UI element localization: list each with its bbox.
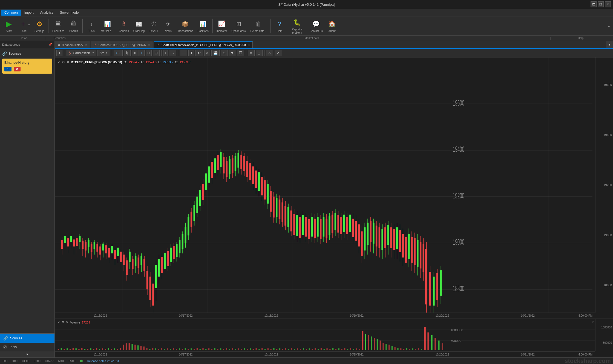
- toolbar-collapse-btn[interactable]: ▲: [607, 24, 611, 28]
- time-axis-main: 10/16/2022 10/17/2022 10/18/2022 10/19/2…: [55, 313, 595, 319]
- chart-hline-btn[interactable]: —: [180, 50, 187, 56]
- svg-rect-110: [205, 174, 207, 190]
- svg-rect-310: [374, 338, 375, 350]
- chart-tf-selector[interactable]: 5m ▼: [97, 50, 110, 56]
- tab-chart[interactable]: 🕯 Chart TimeFrameCandle_BTCUSD_PERP@BNBC…: [154, 41, 253, 48]
- svg-rect-321: [170, 349, 171, 350]
- sidebar-item-sources[interactable]: 🔗 Sources: [0, 334, 54, 343]
- settings-button[interactable]: ⚙ Settings: [33, 19, 46, 33]
- about-button[interactable]: 🏠 About: [326, 19, 339, 33]
- status-n: N=0: [58, 359, 64, 363]
- svg-rect-146: [258, 172, 260, 191]
- svg-rect-132: [238, 153, 239, 168]
- contact-us-button[interactable]: 💬 Contact us: [308, 19, 324, 33]
- sidebar-pin-icon[interactable]: 📌: [48, 43, 52, 46]
- chart-share-btn[interactable]: ⊙: [221, 50, 228, 56]
- toolbar-sep-3: [212, 19, 213, 33]
- svg-rect-200: [337, 215, 339, 233]
- tab-binance-close[interactable]: ✕: [85, 43, 87, 46]
- svg-rect-230: [381, 229, 383, 250]
- tab-chart-icon: 🕯: [157, 43, 160, 47]
- svg-rect-232: [384, 227, 386, 248]
- svg-rect-208: [349, 215, 351, 232]
- svg-rect-376: [332, 348, 333, 350]
- svg-rect-301: [108, 348, 109, 350]
- menu-import[interactable]: Import: [21, 10, 37, 16]
- delete-data-button[interactable]: 🗑 Delete data...: [249, 19, 268, 33]
- sidebar-sources: 🔗 Sources Binance-History 1 ✕: [0, 48, 54, 77]
- chart-list-btn[interactable]: ≡: [132, 50, 138, 56]
- svg-rect-356: [273, 348, 274, 350]
- report-problem-button[interactable]: 🐛 Report a problem: [287, 17, 307, 35]
- ohlc-l-val: 19553.7: [162, 60, 173, 64]
- tab-overflow-arrow[interactable]: ▼: [606, 41, 613, 48]
- indicator-button[interactable]: 📈 Indicator: [215, 19, 229, 33]
- option-desk-button[interactable]: ⊞ Option desk: [230, 19, 247, 33]
- svg-rect-58: [129, 252, 130, 262]
- svg-rect-399: [421, 349, 422, 350]
- chart-grid-btn[interactable]: ❐: [237, 50, 244, 56]
- tab-candles[interactable]: 🕯 Candles BTCUSD_PERP@BNBCN ✕: [91, 41, 153, 48]
- svg-rect-226: [376, 226, 377, 246]
- securities-button[interactable]: 🏛 Securities: [51, 19, 66, 33]
- minimize-btn[interactable]: 🗖: [591, 1, 597, 7]
- chart-save-btn[interactable]: 💾: [211, 50, 220, 56]
- chart-close-chart-btn[interactable]: ✕: [266, 50, 273, 56]
- market-depths-button[interactable]: 📊 Market depths: [99, 19, 116, 33]
- transactions-button[interactable]: 📦 Transactions: [176, 19, 195, 33]
- tab-binance-history[interactable]: ◆ Binance-History ✕: [55, 41, 90, 48]
- start-button[interactable]: ▶ Start: [2, 19, 15, 33]
- svg-rect-371: [318, 349, 319, 350]
- svg-rect-78: [158, 259, 160, 277]
- svg-rect-318: [161, 348, 162, 350]
- chart-expand-btn[interactable]: ↗: [275, 50, 281, 56]
- svg-rect-341: [229, 349, 230, 350]
- chart-arrow-btn[interactable]: →: [169, 50, 176, 56]
- chart-ellipse-btn[interactable]: ○: [204, 50, 210, 56]
- menu-common[interactable]: Common: [1, 10, 21, 16]
- chart-rect-btn[interactable]: □: [146, 50, 152, 56]
- menu-server-mode[interactable]: Server mode: [57, 10, 82, 16]
- help-button[interactable]: ? Help: [273, 19, 286, 33]
- chart-type-selector[interactable]: 🕯 Candlestick ▼: [66, 50, 96, 56]
- chart-line-btn[interactable]: /: [163, 50, 168, 56]
- svg-rect-60: [132, 259, 133, 269]
- svg-rect-384: [356, 348, 357, 350]
- sidebar-scroll-down[interactable]: ▼: [0, 351, 54, 357]
- close-btn[interactable]: ✕: [605, 1, 611, 7]
- chart-scroll-btn[interactable]: ⇅: [124, 50, 131, 56]
- release-notes-link[interactable]: Release notes 2/9/2023: [87, 359, 119, 363]
- time-label-1017: 10/17/2022: [143, 314, 228, 317]
- svg-rect-84: [167, 251, 169, 266]
- add-button[interactable]: + ▼ Add: [16, 19, 32, 33]
- chart-pencil-btn[interactable]: ✏: [248, 50, 255, 56]
- chart-cross-btn[interactable]: +: [139, 50, 145, 56]
- chart-area-btn[interactable]: ⊡: [153, 50, 160, 56]
- binance-close-btn[interactable]: ✕: [14, 67, 21, 71]
- volume-resize-btn[interactable]: ⤢: [591, 320, 594, 323]
- chart-add-btn[interactable]: +: [56, 50, 62, 56]
- level1-button[interactable]: ① Level 1: [147, 19, 160, 33]
- svg-rect-289: [131, 344, 133, 350]
- chart-eraser-btn[interactable]: ◻: [256, 50, 263, 56]
- svg-rect-402: [431, 335, 432, 350]
- news-button[interactable]: ✈ News: [162, 19, 175, 33]
- menu-analytics[interactable]: Analytics: [37, 10, 57, 16]
- order-log-button[interactable]: 📰 Order log: [132, 19, 146, 33]
- boards-button[interactable]: 🏛 Boards: [67, 19, 80, 33]
- positions-button[interactable]: 📊 Positions: [196, 19, 210, 33]
- restore-btn[interactable]: ❐: [598, 1, 604, 7]
- candles-button[interactable]: 🕯 Candles: [117, 19, 131, 33]
- chart-sync-btn[interactable]: ⟷: [114, 50, 123, 56]
- svg-rect-354: [267, 348, 269, 350]
- tab-chart-close[interactable]: ✕: [247, 44, 250, 47]
- tab-candles-close[interactable]: ✕: [148, 43, 150, 46]
- binance-toggle-btn[interactable]: 1: [4, 67, 11, 71]
- tab-binance-icon: ◆: [58, 43, 60, 47]
- sidebar-item-tools[interactable]: ☑ Tools: [0, 343, 54, 351]
- chart-font-btn[interactable]: Aa: [195, 50, 203, 56]
- svg-rect-34: [94, 242, 95, 249]
- chart-share-expand[interactable]: ▼: [229, 50, 236, 56]
- ticks-button[interactable]: ↕ Ticks: [85, 19, 98, 33]
- chart-text-btn[interactable]: T: [188, 50, 194, 56]
